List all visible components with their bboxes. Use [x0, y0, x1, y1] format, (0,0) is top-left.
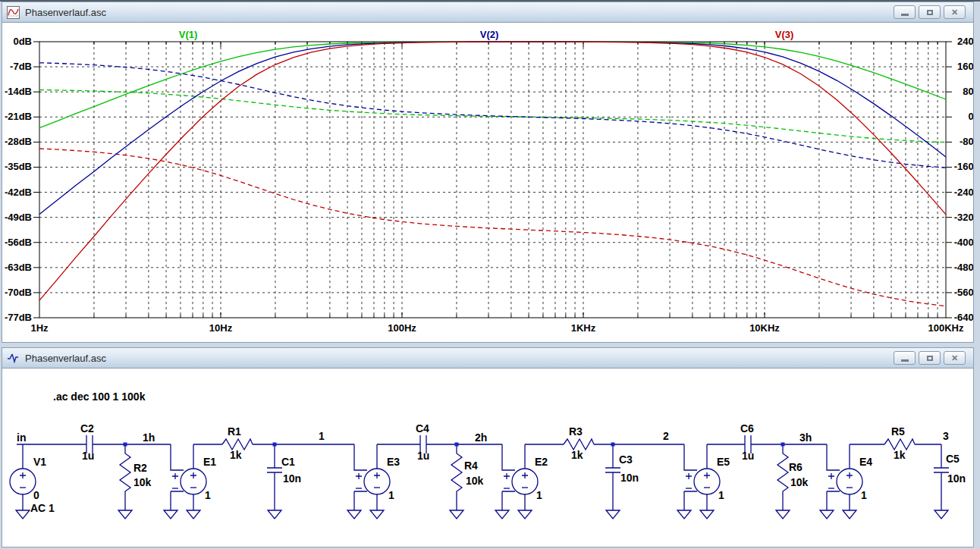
r3-value[interactable]: 1k — [571, 449, 583, 461]
y-right-tick-label: 240° — [957, 36, 973, 47]
c3-capacitor-symbol[interactable] — [605, 468, 620, 472]
node-label-2h[interactable]: 2h — [475, 431, 487, 444]
node-label-3[interactable]: 3 — [943, 430, 949, 442]
minimize-button[interactable] — [894, 351, 916, 365]
e2-vcvs-symbol[interactable] — [502, 444, 538, 510]
node-label-2[interactable]: 2 — [663, 430, 669, 442]
v1-name[interactable]: V1 — [33, 456, 46, 468]
r2-name[interactable]: R2 — [133, 462, 147, 474]
c4-name[interactable]: C4 — [416, 422, 429, 434]
c6-value[interactable]: 1u — [742, 450, 754, 462]
e4-gain[interactable]: 1 — [861, 489, 867, 501]
y-right-tick-label: 80° — [963, 86, 973, 97]
y-left-tick-label: -70dB — [5, 287, 32, 298]
c5-name[interactable]: C5 — [946, 453, 960, 465]
schematic-window-titlebar[interactable]: Phasenverlauf.asc ✕ — [2, 348, 973, 369]
close-icon: ✕ — [951, 8, 958, 17]
y-left-tick-label: -14dB — [5, 86, 32, 97]
trace-v3-phase_deg[interactable] — [39, 149, 946, 306]
e3-gain[interactable]: 1 — [388, 489, 394, 501]
c2-name[interactable]: C2 — [80, 422, 94, 434]
r5-resistor-symbol[interactable] — [884, 439, 915, 450]
r2-value[interactable]: 10k — [133, 476, 152, 488]
trace-v2-magnitude_db[interactable] — [39, 42, 946, 214]
spice-directive[interactable]: .ac dec 100 1 100k — [53, 391, 146, 403]
r1-name[interactable]: R1 — [228, 425, 241, 438]
r6-resistor-symbol[interactable] — [777, 444, 788, 510]
c4-value[interactable]: 1u — [417, 450, 429, 462]
r2-resistor-symbol[interactable] — [120, 444, 130, 510]
node-label-1[interactable]: 1 — [319, 430, 325, 442]
v1-value[interactable]: AC 1 — [30, 502, 55, 514]
e4-name[interactable]: E4 — [859, 456, 872, 468]
restore-button[interactable] — [919, 5, 941, 19]
waveform-window-icon — [7, 6, 20, 19]
close-button[interactable]: ✕ — [944, 5, 966, 19]
legend-v3[interactable]: V(3) — [775, 29, 794, 40]
r3-resistor-symbol[interactable] — [564, 439, 594, 450]
v1-voltage-source-symbol[interactable] — [10, 444, 36, 510]
e4-vcvs-symbol[interactable] — [827, 444, 862, 510]
ground-symbols[interactable] — [16, 510, 948, 519]
r1-value[interactable]: 1k — [230, 449, 242, 461]
restore-icon — [927, 356, 933, 361]
e1-vcvs-symbol[interactable] — [171, 444, 206, 510]
c1-value[interactable]: 10n — [283, 472, 301, 485]
c3-name[interactable]: C3 — [619, 453, 633, 466]
x-tick-label: 1Hz — [30, 322, 49, 334]
node-label-3h[interactable]: 3h — [799, 431, 812, 444]
e5-name[interactable]: E5 — [717, 456, 730, 468]
schematic-canvas[interactable]: .ac dec 100 1 100k in 1h 1 2h 2 3h 3 V1 … — [2, 369, 973, 546]
v1-node0[interactable]: 0 — [33, 489, 39, 501]
e1-name[interactable]: E1 — [203, 456, 216, 468]
trace-v3-magnitude_db[interactable] — [39, 42, 946, 300]
r4-name[interactable]: R4 — [464, 460, 478, 472]
schematic-client-area: .ac dec 100 1 100k in 1h 1 2h 2 3h 3 V1 … — [2, 369, 973, 547]
node-label-in[interactable]: in — [17, 431, 26, 444]
c2-value[interactable]: 1u — [82, 450, 94, 462]
e2-gain[interactable]: 1 — [536, 489, 542, 501]
close-button[interactable]: ✕ — [944, 351, 966, 365]
waveform-window: Phasenverlauf.asc ✕ 0dB240°-7dB160°-14dB… — [2, 2, 974, 343]
r5-value[interactable]: 1k — [894, 449, 906, 461]
r6-value[interactable]: 10k — [790, 476, 809, 488]
e5-gain[interactable]: 1 — [718, 489, 724, 501]
y-right-tick-label: -80° — [960, 136, 973, 147]
legend-v1[interactable]: V(1) — [179, 29, 198, 40]
r3-name[interactable]: R3 — [569, 425, 583, 438]
e3-vcvs-symbol[interactable] — [354, 444, 390, 510]
c5-capacitor-symbol[interactable] — [934, 468, 949, 472]
r5-name[interactable]: R5 — [891, 425, 905, 438]
trace-v1-magnitude_db[interactable] — [39, 42, 946, 128]
r6-name[interactable]: R6 — [789, 461, 803, 473]
y-left-tick-label: -7dB — [10, 61, 32, 72]
e5-vcvs-symbol[interactable] — [684, 444, 720, 510]
c5-value[interactable]: 10n — [947, 472, 966, 485]
y-left-tick-label: 0dB — [13, 36, 32, 47]
c6-name[interactable]: C6 — [740, 422, 754, 434]
r4-value[interactable]: 10k — [466, 475, 484, 487]
y-right-tick-label: 0° — [969, 111, 973, 122]
minimize-button[interactable] — [894, 5, 916, 19]
trace-v2-phase_deg[interactable] — [39, 63, 946, 168]
node-label-1h[interactable]: 1h — [143, 431, 155, 444]
restore-button[interactable] — [919, 351, 941, 365]
r1-resistor-symbol[interactable] — [222, 439, 253, 450]
x-tick-label: 10KHz — [749, 322, 780, 334]
e3-name[interactable]: E3 — [387, 456, 400, 468]
legend-v2[interactable]: V(2) — [480, 29, 499, 40]
schematic-text: .ac dec 100 1 100k in 1h 1 2h 2 3h 3 V1 … — [17, 391, 966, 514]
c3-value[interactable]: 10n — [620, 472, 639, 484]
e2-name[interactable]: E2 — [535, 456, 548, 468]
x-tick-label: 100KHz — [928, 322, 964, 334]
schematic-window-icon — [7, 352, 20, 365]
c1-capacitor-symbol[interactable] — [267, 468, 282, 472]
r4-resistor-symbol[interactable] — [451, 444, 462, 510]
x-tick-label: 1KHz — [571, 322, 596, 334]
e1-gain[interactable]: 1 — [205, 489, 211, 501]
y-right-tick-label: -560° — [954, 287, 973, 298]
bode-plot[interactable]: 0dB240°-7dB160°-14dB80°-21dB0°-28dB-80°-… — [2, 23, 973, 342]
minimize-icon — [901, 359, 909, 362]
waveform-window-titlebar[interactable]: Phasenverlauf.asc ✕ — [2, 2, 973, 23]
c1-name[interactable]: C1 — [281, 456, 295, 468]
